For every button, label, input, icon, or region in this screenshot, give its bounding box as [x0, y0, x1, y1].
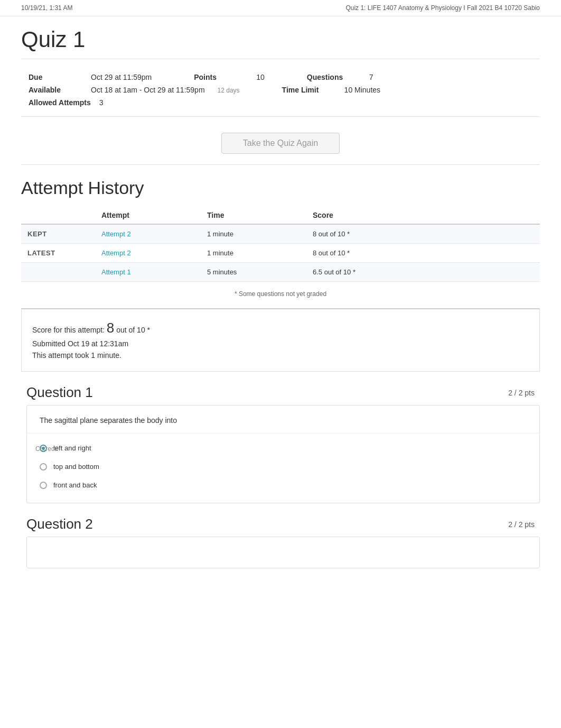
allowed-value: 3 — [99, 98, 104, 107]
attempt-history-table: Attempt Time Score KEPT Attempt 2 1 minu… — [21, 207, 540, 282]
row-label-latest: LATEST — [21, 244, 95, 263]
question-1-block: Question 1 2 / 2 pts The sagittal plane … — [21, 384, 540, 503]
quiz-info: Due Oct 29 at 11:59pm Points 10 Question… — [21, 64, 540, 117]
answer-option-2: top and bottom — [27, 457, 539, 476]
row-time-3: 5 minutes — [201, 263, 306, 282]
attempt-2-link-1[interactable]: Attempt 2 — [101, 230, 131, 238]
row-score-3: 6.5 out of 10 * — [306, 263, 540, 282]
questions-pair: Questions 7 — [307, 73, 373, 81]
question-2-content — [26, 537, 540, 568]
datetime: 10/19/21, 1:31 AM — [21, 4, 72, 12]
time-limit-value: 10 Minutes — [344, 86, 380, 94]
row-time-2: 1 minute — [201, 244, 306, 263]
attempt-1-link[interactable]: Attempt 1 — [101, 268, 131, 276]
score-out-of: out of 10 * — [116, 326, 150, 334]
radio-top-bottom[interactable] — [40, 463, 47, 471]
top-bar: 10/19/21, 1:31 AM Quiz 1: LIFE 1407 Anat… — [0, 0, 561, 16]
row-score-1: 8 out of 10 * — [306, 224, 540, 244]
info-group-top: Due Oct 29 at 11:59pm Points 10 Question… — [29, 73, 373, 81]
row-label-3 — [21, 263, 95, 282]
info-row-available: Available Oct 18 at 1am - Oct 29 at 11:5… — [29, 86, 540, 94]
points-pair: Points 10 — [194, 73, 265, 81]
col-header-attempt: Attempt — [95, 207, 201, 224]
col-header-time: Time — [201, 207, 306, 224]
time-limit-label: Time Limit — [282, 86, 340, 94]
table-row: Attempt 1 5 minutes 6.5 out of 10 * — [21, 263, 540, 282]
take-quiz-button[interactable]: Take the Quiz Again — [221, 133, 340, 154]
question-2-block: Question 2 2 / 2 pts — [21, 516, 540, 568]
question-1-title: Question 1 — [26, 384, 93, 401]
available-pair: Available Oct 18 at 1am - Oct 29 at 11:5… — [29, 86, 240, 94]
row-attempt-3[interactable]: Attempt 1 — [95, 263, 201, 282]
due-label: Due — [29, 73, 87, 81]
question-1-text: The sagittal plane separates the body in… — [27, 406, 539, 434]
answer-option-1: left and right — [27, 439, 539, 457]
score-label: Score for this attempt: — [32, 326, 105, 334]
question-1-points: 2 / 2 pts — [508, 389, 535, 397]
table-header-row: Attempt Time Score — [21, 207, 540, 224]
course-title: Quiz 1: LIFE 1407 Anatomy & Physiology I… — [345, 4, 540, 12]
answer-text-top-bottom: top and bottom — [53, 463, 99, 471]
due-value: Oct 29 at 11:59pm — [91, 73, 152, 81]
question-1-answers: Correct! left and right top and bottom f… — [27, 434, 539, 503]
attempt-2-link-2[interactable]: Attempt 2 — [101, 249, 131, 257]
radio-front-back[interactable] — [40, 482, 47, 489]
col-header-label — [21, 207, 95, 224]
points-label: Points — [194, 73, 252, 81]
score-section: Score for this attempt: 8 out of 10 * Su… — [21, 308, 540, 372]
info-group-mid: Available Oct 18 at 1am - Oct 29 at 11:5… — [29, 86, 380, 94]
page-container: Quiz 1 Due Oct 29 at 11:59pm Points 10 Q… — [0, 16, 561, 592]
attempt-history-title: Attempt History — [21, 178, 540, 198]
score-line: Score for this attempt: 8 out of 10 * — [32, 320, 529, 336]
points-value: 10 — [256, 73, 265, 81]
answer-text-front-back: front and back — [53, 481, 97, 489]
correct-badge: Correct! — [35, 445, 58, 453]
row-label-kept: KEPT — [21, 224, 95, 244]
question-1-content: The sagittal plane separates the body in… — [26, 405, 540, 503]
allowed-label: Allowed Attempts — [29, 98, 91, 107]
row-time-1: 1 minute — [201, 224, 306, 244]
row-attempt-1[interactable]: Attempt 2 — [95, 224, 201, 244]
table-footnote: * Some questions not yet graded — [21, 287, 540, 303]
row-attempt-2[interactable]: Attempt 2 — [95, 244, 201, 263]
available-value: Oct 18 at 1am - Oct 29 at 11:59pm — [91, 86, 205, 94]
take-quiz-section: Take the Quiz Again — [21, 117, 540, 165]
questions-label: Questions — [307, 73, 365, 81]
question-1-header: Question 1 2 / 2 pts — [21, 384, 540, 401]
table-head: Attempt Time Score — [21, 207, 540, 224]
question-2-points: 2 / 2 pts — [508, 520, 535, 529]
time-limit-pair: Time Limit 10 Minutes — [282, 86, 380, 94]
col-header-score: Score — [306, 207, 540, 224]
answer-text-left-right: left and right — [53, 444, 91, 452]
available-label: Available — [29, 86, 87, 94]
score-number: 8 — [107, 320, 114, 336]
info-row-due: Due Oct 29 at 11:59pm Points 10 Question… — [29, 73, 540, 81]
submitted-line: Submitted Oct 19 at 12:31am — [32, 339, 529, 348]
row-score-2: 8 out of 10 * — [306, 244, 540, 263]
quiz-title: Quiz 1 — [21, 27, 540, 59]
questions-value: 7 — [369, 73, 373, 81]
info-row-allowed: Allowed Attempts 3 — [29, 98, 540, 107]
available-sub: 12 days — [218, 87, 240, 94]
duration-line: This attempt took 1 minute. — [32, 351, 529, 360]
question-2-title: Question 2 — [26, 516, 93, 532]
due-pair: Due Oct 29 at 11:59pm — [29, 73, 152, 81]
answer-option-3: front and back — [27, 476, 539, 494]
table-row: LATEST Attempt 2 1 minute 8 out of 10 * — [21, 244, 540, 263]
table-row: KEPT Attempt 2 1 minute 8 out of 10 * — [21, 224, 540, 244]
table-body: KEPT Attempt 2 1 minute 8 out of 10 * LA… — [21, 224, 540, 282]
question-2-header: Question 2 2 / 2 pts — [21, 516, 540, 532]
